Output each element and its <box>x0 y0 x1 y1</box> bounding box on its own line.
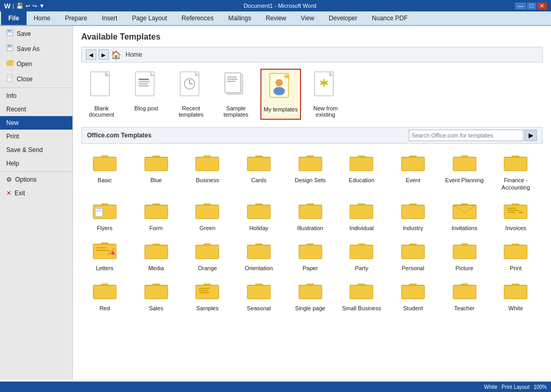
content-area: Available Templates ◀ ▶ 🏠 Home Blank doc… <box>73 26 551 380</box>
folder-label: Seasonal <box>247 305 271 312</box>
folder-item[interactable]: Orientation <box>235 237 282 275</box>
svg-rect-89 <box>96 247 107 248</box>
folder-item[interactable]: Flyers <box>81 197 128 235</box>
sample-icon-area <box>220 71 252 104</box>
folder-item[interactable]: Red <box>81 277 128 315</box>
tab-prepare[interactable]: Prepare <box>58 11 95 25</box>
fromexisting-label: New from existing <box>307 105 344 118</box>
blog-icon-area <box>131 71 162 104</box>
exit-icon: ✕ <box>6 189 11 197</box>
folder-item[interactable]: Orange <box>184 237 231 275</box>
svg-rect-58 <box>504 157 527 171</box>
tab-mailings[interactable]: Mailings <box>221 11 258 25</box>
folder-icon <box>246 240 271 262</box>
qa-undo-icon[interactable]: ↩ <box>26 3 30 9</box>
folder-item[interactable]: Sales <box>133 277 180 315</box>
tab-developer[interactable]: Developer <box>321 11 365 25</box>
folder-icon <box>195 152 220 174</box>
nav-home-icon[interactable]: 🏠 <box>111 50 121 60</box>
template-recent[interactable]: Recent templates <box>171 69 211 120</box>
qa-redo-icon[interactable]: ↪ <box>32 3 37 9</box>
tab-home[interactable]: Home <box>27 11 58 25</box>
template-from-existing[interactable]: New from existing <box>305 69 346 120</box>
folder-item[interactable]: Basic <box>81 149 128 195</box>
sidebar-item-save[interactable]: Save <box>0 26 72 41</box>
folder-label: Samples <box>196 305 219 312</box>
svg-point-34 <box>276 79 283 86</box>
sidebar-item-info[interactable]: Info <box>0 89 72 103</box>
window-controls[interactable]: — □ ✕ <box>515 3 547 9</box>
folder-item[interactable]: Invoices <box>492 197 539 235</box>
folder-item[interactable]: Illustration <box>287 197 334 235</box>
sidebar-item-save-send[interactable]: Save & Send <box>0 143 72 157</box>
tab-references[interactable]: References <box>174 11 221 25</box>
folder-item[interactable]: Form <box>133 197 180 235</box>
template-sample[interactable]: Sample templates <box>216 69 256 120</box>
qa-more-icon[interactable]: ▼ <box>39 3 45 9</box>
folder-item[interactable]: Picture <box>441 237 488 275</box>
tab-page-layout[interactable]: Page Layout <box>124 11 174 25</box>
sidebar-item-help[interactable]: Help <box>0 157 72 170</box>
folder-icon <box>452 240 477 262</box>
folder-item[interactable]: Student <box>390 277 436 315</box>
nav-back-btn[interactable]: ◀ <box>86 49 96 60</box>
tab-insert[interactable]: Insert <box>94 11 124 25</box>
folder-item[interactable]: Media <box>133 237 180 275</box>
mytempl-icon-area <box>265 72 296 105</box>
template-blank[interactable]: Blank document <box>81 69 122 120</box>
minimize-btn[interactable]: — <box>515 3 526 9</box>
tab-file[interactable]: File <box>1 11 27 25</box>
sidebar-item-new[interactable]: New <box>0 116 72 130</box>
folder-item[interactable]: White <box>492 277 539 315</box>
template-mytempl[interactable]: My templates <box>260 69 301 120</box>
folder-item[interactable]: Industry <box>390 197 436 235</box>
search-btn[interactable]: ▶ <box>524 130 537 141</box>
sidebar-item-recent[interactable]: Recent <box>0 103 72 116</box>
folder-item[interactable]: Event Planning <box>441 149 488 195</box>
fromexisting-icon-area <box>310 71 341 104</box>
folder-item[interactable]: Education <box>338 149 385 195</box>
nav-bar: ◀ ▶ 🏠 Home <box>81 47 543 62</box>
folder-label: Form <box>149 224 163 232</box>
folder-item[interactable]: Letters <box>81 237 128 275</box>
folder-item[interactable]: Event <box>390 149 436 195</box>
folder-label: White <box>508 305 523 312</box>
folder-item[interactable]: Samples <box>184 277 231 315</box>
folder-item[interactable]: Holiday <box>235 197 282 235</box>
folder-item[interactable]: Blue <box>133 149 180 195</box>
folder-item[interactable]: Finance - Accounting <box>492 149 539 195</box>
folder-item[interactable]: Business <box>184 149 231 195</box>
sidebar-item-open[interactable]: Open <box>0 56 72 71</box>
sidebar-item-print[interactable]: Print <box>0 130 72 143</box>
qa-save-icon[interactable]: 💾 <box>16 3 23 9</box>
close-btn[interactable]: ✕ <box>537 3 547 9</box>
folder-item[interactable]: Design Sets <box>287 149 334 195</box>
folder-item[interactable]: Cards <box>235 149 282 195</box>
folder-item[interactable]: Party <box>338 237 385 275</box>
folder-item[interactable]: Print <box>492 237 539 275</box>
sidebar-item-close[interactable]: Close <box>0 71 72 86</box>
folder-item[interactable]: Individual <box>338 197 385 235</box>
folder-item[interactable]: Small Business <box>338 277 385 315</box>
folder-item[interactable]: Seasonal <box>235 277 282 315</box>
svg-rect-103 <box>402 245 424 259</box>
tab-review[interactable]: Review <box>258 11 293 25</box>
folder-label: Education <box>349 176 374 184</box>
maximize-btn[interactable]: □ <box>527 3 536 9</box>
sidebar-item-exit[interactable]: ✕ Exit <box>0 186 72 200</box>
sidebar-item-options[interactable]: ⚙ Options <box>0 173 72 186</box>
nav-forward-btn[interactable]: ▶ <box>98 49 109 60</box>
folder-item[interactable]: Paper <box>287 237 334 275</box>
folder-item[interactable]: Invitations <box>441 197 488 235</box>
tab-view[interactable]: View <box>294 11 322 25</box>
template-blog[interactable]: Blog post <box>126 69 167 120</box>
sidebar-item-save-as[interactable]: Save As <box>0 41 72 56</box>
folder-label: Print <box>510 264 522 272</box>
folder-label: Holiday <box>249 224 269 232</box>
folder-item[interactable]: Green <box>184 197 231 235</box>
tab-nuance[interactable]: Nuance PDF <box>365 11 415 25</box>
folder-item[interactable]: Personal <box>390 237 436 275</box>
search-input[interactable] <box>409 130 523 141</box>
folder-item[interactable]: Single page <box>287 277 334 315</box>
folder-item[interactable]: Teacher <box>441 277 488 315</box>
